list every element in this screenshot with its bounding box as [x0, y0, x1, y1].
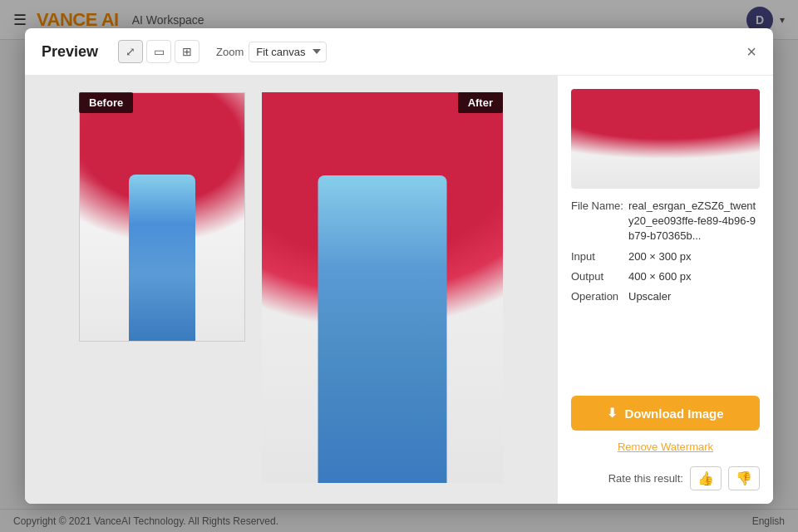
modal-overlay: Preview ⤢ ▭ ⊞ Zoom Fit canvas 50% 100% 2…: [0, 0, 798, 532]
before-person: [129, 175, 195, 341]
input-value: 200 × 300 px: [628, 249, 692, 264]
download-button[interactable]: ⬇ Download Image: [571, 396, 760, 431]
input-row: Input 200 × 300 px: [571, 249, 760, 264]
output-value: 400 × 600 px: [628, 269, 692, 284]
split-view-button[interactable]: ⊞: [175, 40, 200, 63]
modal-title: Preview: [42, 43, 98, 61]
file-name-label: File Name:: [571, 199, 625, 214]
before-panel: Before: [79, 92, 245, 342]
preview-modal: Preview ⤢ ▭ ⊞ Zoom Fit canvas 50% 100% 2…: [25, 28, 773, 504]
input-label: Input: [571, 249, 625, 264]
zoom-control: Zoom Fit canvas 50% 100% 200%: [216, 42, 327, 62]
thumbs-down-button[interactable]: 👎: [728, 466, 760, 490]
after-photo-bg: [262, 92, 503, 483]
operation-value: Upscaler: [628, 289, 671, 304]
download-icon: ⬇: [607, 406, 618, 421]
before-photo-bg: [80, 93, 244, 341]
rate-label: Rate this result:: [608, 472, 683, 485]
view-controls: ⤢ ▭ ⊞: [118, 40, 200, 63]
thumbnail-photo: [571, 89, 760, 189]
operation-row: Operation Upscaler: [571, 289, 760, 304]
preview-area: Before After: [25, 76, 557, 504]
operation-label: Operation: [571, 289, 625, 304]
modal-header: Preview ⤢ ▭ ⊞ Zoom Fit canvas 50% 100% 2…: [25, 28, 773, 76]
after-label: After: [458, 92, 503, 113]
thumbs-up-button[interactable]: 👍: [690, 466, 722, 490]
before-image: [79, 92, 245, 342]
sidebar-spacer: [571, 314, 760, 386]
output-label: Output: [571, 269, 625, 284]
zoom-label: Zoom: [216, 46, 244, 58]
after-image: [262, 92, 503, 483]
output-row: Output 400 × 600 px: [571, 269, 760, 284]
file-info: File Name: real_esrgan_eZSZ6_twenty20_ee…: [571, 199, 760, 304]
after-panel: After: [262, 92, 503, 483]
download-label: Download Image: [624, 406, 723, 421]
fit-view-button[interactable]: ⤢: [118, 40, 143, 63]
side-by-side-button[interactable]: ▭: [146, 40, 171, 63]
modal-close-button[interactable]: ×: [746, 43, 756, 60]
remove-watermark-link[interactable]: Remove Watermark: [571, 441, 760, 453]
before-label: Before: [79, 92, 133, 113]
modal-body: Before After: [25, 76, 773, 504]
zoom-select[interactable]: Fit canvas 50% 100% 200%: [249, 42, 327, 62]
rate-row: Rate this result: 👍 👎: [571, 463, 760, 490]
after-person: [318, 175, 447, 483]
thumbnail-container: [571, 89, 760, 189]
file-name-value: real_esrgan_eZSZ6_twenty20_ee093ffe-fe89…: [628, 199, 760, 244]
info-sidebar: File Name: real_esrgan_eZSZ6_twenty20_ee…: [557, 76, 773, 504]
file-name-row: File Name: real_esrgan_eZSZ6_twenty20_ee…: [571, 199, 760, 244]
